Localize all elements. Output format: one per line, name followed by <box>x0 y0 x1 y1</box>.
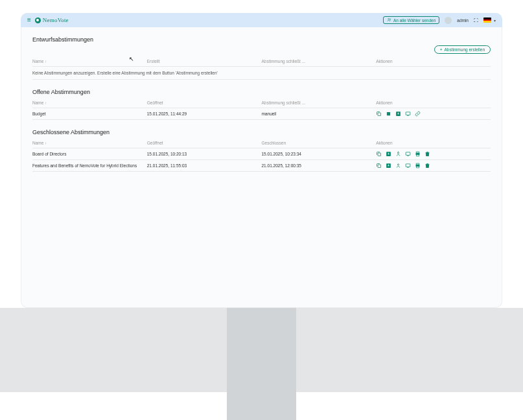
svg-rect-3 <box>387 112 390 115</box>
menu-icon[interactable]: ≡ <box>27 17 31 23</box>
col-name[interactable]: Name↑ <box>32 100 147 105</box>
brand-logo[interactable]: NemoVote <box>35 17 69 23</box>
trash-icon[interactable] <box>424 163 430 169</box>
col-closes[interactable]: Abstimmung schließt ... <box>262 59 377 64</box>
col-actions: Aktionen <box>376 141 491 145</box>
col-opened[interactable]: Geöffnet <box>147 141 262 145</box>
screen-icon[interactable] <box>405 111 411 117</box>
cell-closed: 21.01.2025, 12:00:35 <box>262 163 377 168</box>
table-row[interactable]: Board of Directors 15.01.2025, 10:20:13 … <box>32 148 491 160</box>
admin-label[interactable]: admin <box>457 18 469 23</box>
download-icon[interactable] <box>395 111 401 117</box>
col-name[interactable]: Name↑ <box>32 141 147 145</box>
logo-icon <box>35 18 41 23</box>
section-title-open: Offene Abstimmungen <box>32 89 491 95</box>
svg-rect-12 <box>378 165 381 168</box>
app-header: ≡ NemoVote An alle Wähler senden admin ⛶… <box>21 13 502 27</box>
svg-point-0 <box>388 18 389 19</box>
screen-icon[interactable] <box>405 163 411 169</box>
user-icon[interactable] <box>395 163 401 169</box>
plus-icon: + <box>440 47 443 52</box>
people-icon <box>387 18 391 23</box>
cell-actions <box>376 151 491 157</box>
monitor-neck <box>227 308 296 420</box>
sort-asc-icon: ↑ <box>45 141 47 145</box>
cell-opened: 21.01.2025, 11:55:03 <box>147 163 262 168</box>
col-closes[interactable]: Abstimmung schließt ... <box>262 100 377 105</box>
language-flag-icon[interactable] <box>483 18 491 23</box>
svg-point-14 <box>398 164 399 165</box>
fullscreen-icon[interactable]: ⛶ <box>474 18 478 23</box>
svg-point-1 <box>389 19 390 19</box>
brand-text: NemoVote <box>43 17 69 23</box>
cell-actions <box>376 163 491 169</box>
avatar[interactable] <box>445 17 452 24</box>
svg-rect-6 <box>378 153 381 156</box>
copy-icon[interactable] <box>376 111 382 117</box>
sort-asc-icon: ↑ <box>45 60 47 64</box>
cell-actions <box>376 111 491 117</box>
print-icon[interactable] <box>415 163 421 169</box>
trash-icon[interactable] <box>424 151 430 157</box>
cell-name: Budget <box>32 111 147 116</box>
drafts-empty-message: Keine Abstimmungen anzuzeigen. Erstelle … <box>32 67 491 80</box>
copy-icon[interactable] <box>376 163 382 169</box>
svg-rect-2 <box>378 113 381 116</box>
table-row[interactable]: Features and Benefits of NemoVote for Hy… <box>32 160 491 172</box>
cell-name: Board of Directors <box>32 152 147 156</box>
section-title-drafts: Entwurfsabstimmungen <box>32 36 491 43</box>
stop-icon[interactable] <box>386 111 391 117</box>
chevron-down-icon[interactable]: ▾ <box>494 18 496 23</box>
svg-point-8 <box>398 152 399 154</box>
svg-rect-5 <box>406 112 410 115</box>
cell-opened: 15.01.2025, 10:20:13 <box>147 152 262 156</box>
broadcast-button[interactable]: An alle Wähler senden <box>383 16 439 24</box>
create-vote-label: Abstimmung erstellen <box>445 47 485 52</box>
cell-name: Features and Benefits of NemoVote for Hy… <box>32 163 147 168</box>
closed-table-header: Name↑ Geöffnet Geschlossen Aktionen <box>32 138 491 148</box>
col-name[interactable]: Name↑ <box>32 59 147 64</box>
user-icon[interactable] <box>395 151 401 157</box>
closed-section: Geschlossene Abstimmungen Name↑ Geöffnet… <box>32 129 491 172</box>
open-table-header: Name↑ Geöffnet Abstimmung schließt ... A… <box>32 98 491 108</box>
link-icon[interactable] <box>415 111 421 117</box>
download-icon[interactable] <box>386 163 391 169</box>
cell-closes: manuell <box>262 111 377 116</box>
sort-asc-icon: ↑ <box>45 101 47 105</box>
create-vote-button[interactable]: + Abstimmung erstellen <box>434 45 491 54</box>
col-created[interactable]: Erstellt <box>147 59 262 64</box>
download-icon[interactable] <box>386 151 391 157</box>
section-title-closed: Geschlossene Abstimmungen <box>32 129 491 135</box>
svg-rect-9 <box>406 152 410 156</box>
drafts-table-header: Name↑ Erstellt Abstimmung schließt ... A… <box>32 56 491 67</box>
cell-closed: 15.01.2025, 10:23:34 <box>262 152 377 156</box>
svg-rect-15 <box>406 164 410 167</box>
table-row[interactable]: Budget 15.01.2025, 11:44:29 manuell <box>32 108 491 120</box>
drafts-section: Entwurfsabstimmungen + Abstimmung erstel… <box>32 36 491 80</box>
open-section: Offene Abstimmungen Name↑ Geöffnet Absti… <box>32 89 491 120</box>
screen-icon[interactable] <box>405 151 411 157</box>
copy-icon[interactable] <box>376 151 382 157</box>
col-actions: Aktionen <box>376 100 491 105</box>
col-closed[interactable]: Geschlossen <box>262 141 377 145</box>
col-actions: Aktionen <box>376 59 491 64</box>
print-icon[interactable] <box>415 151 421 157</box>
col-opened[interactable]: Geöffnet <box>147 100 262 105</box>
cell-opened: 15.01.2025, 11:44:29 <box>147 111 262 116</box>
broadcast-label: An alle Wähler senden <box>393 18 436 23</box>
